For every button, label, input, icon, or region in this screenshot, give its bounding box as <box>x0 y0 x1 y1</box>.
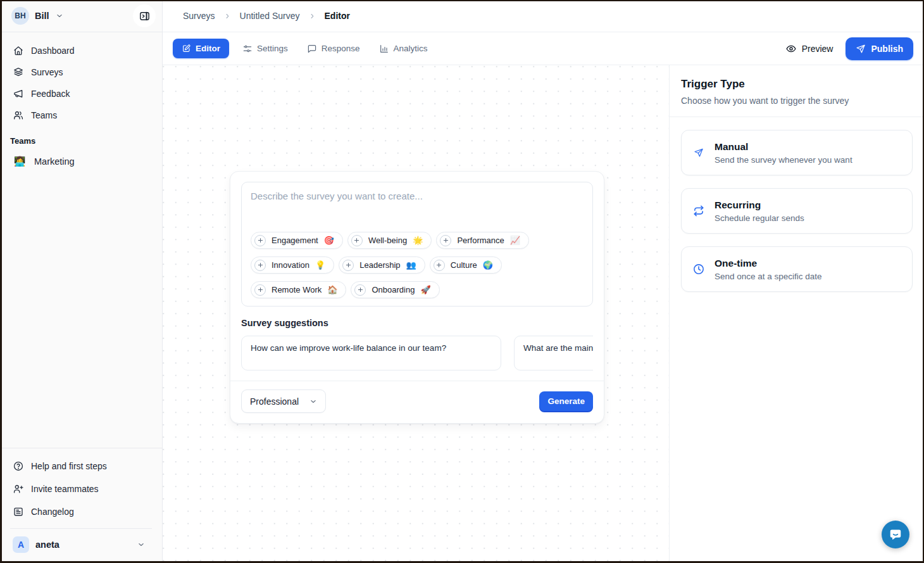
home-icon <box>13 45 24 56</box>
breadcrumb-item-surveys[interactable]: Surveys <box>183 11 215 21</box>
topic-emoji: 🌍 <box>483 261 493 269</box>
tone-select[interactable]: Professional <box>241 389 326 413</box>
suggestion-card[interactable]: What are the main ob <box>514 336 593 370</box>
trigger-option-text: ManualSend the survey whenever you want <box>715 141 852 165</box>
suggestions-label: Survey suggestions <box>241 318 593 328</box>
sidebar-item-label: Help and first steps <box>31 461 107 471</box>
trigger-panel-subtitle: Choose how you want to trigger the surve… <box>681 96 913 106</box>
user-plus-icon <box>13 483 24 495</box>
topic-label: Remote Work <box>272 285 322 294</box>
newspaper-icon <box>13 506 24 517</box>
workspace-name: Bill <box>35 11 49 21</box>
topic-chip-engagement[interactable]: Engagement🎯 <box>251 232 343 249</box>
suggestion-card[interactable]: How can we improve work-life balance in … <box>241 336 501 370</box>
topic-label: Leadership <box>359 260 400 270</box>
tab-analytics[interactable]: Analytics <box>373 39 434 58</box>
topic-chip-culture[interactable]: Culture🌍 <box>430 256 502 274</box>
sidebar-item-invite-teammates[interactable]: Invite teammates <box>8 478 154 500</box>
sidebar-collapse-button[interactable] <box>133 4 156 27</box>
chevron-down-icon <box>137 540 146 549</box>
trigger-option-recurring[interactable]: RecurringSchedule regular sends <box>681 188 913 234</box>
teams-list: 👩‍💻Marketing <box>0 151 162 172</box>
sidebar-item-label: Teams <box>31 110 57 120</box>
trigger-option-manual[interactable]: ManualSend the survey whenever you want <box>681 130 913 175</box>
chart-icon <box>379 44 389 54</box>
breadcrumb-bar: SurveysUntitled SurveyEditor <box>163 0 924 32</box>
tab-response[interactable]: Response <box>301 39 366 58</box>
sidebar-item-label: Changelog <box>31 507 74 517</box>
survey-composer-card: Engagement🎯Well-being🌟Performance📈Innova… <box>230 171 604 424</box>
trigger-panel-header: Trigger Type Choose how you want to trig… <box>670 65 924 117</box>
sidebar-item-label: Dashboard <box>31 46 75 56</box>
sliders-icon <box>242 44 253 54</box>
breadcrumb-item-untitled-survey[interactable]: Untitled Survey <box>240 11 300 21</box>
help-circle-icon <box>13 460 24 472</box>
tab-editor[interactable]: Editor <box>173 39 229 58</box>
composer-footer: Professional Generate <box>230 381 604 423</box>
topic-emoji: 💡 <box>315 261 325 269</box>
plus-icon <box>254 235 266 246</box>
toolbar-actions: Preview Publish <box>785 37 913 60</box>
sidebar-footer: Help and first stepsInvite teammatesChan… <box>0 448 162 563</box>
topic-chip-remote-work[interactable]: Remote Work🏠 <box>251 281 346 298</box>
workspace-avatar: BH <box>11 7 29 25</box>
topic-label: Well-being <box>368 236 407 245</box>
send-icon <box>856 44 866 54</box>
sidebar-item-surveys[interactable]: Surveys <box>8 61 154 83</box>
panel-toggle-icon <box>139 10 151 22</box>
topic-label: Innovation <box>272 260 309 270</box>
sidebar-item-feedback[interactable]: Feedback <box>8 83 154 104</box>
topic-chip-innovation[interactable]: Innovation💡 <box>251 256 334 274</box>
plus-icon <box>254 260 266 271</box>
topic-chip-well-being[interactable]: Well-being🌟 <box>347 232 432 249</box>
account-name: aneta <box>35 540 59 550</box>
chat-bubble-icon <box>889 528 902 541</box>
sidebar-item-help-and-first-steps[interactable]: Help and first steps <box>8 455 154 478</box>
tab-label: Settings <box>257 44 288 53</box>
account-menu[interactable]: A aneta <box>8 533 154 558</box>
plus-icon <box>354 284 366 296</box>
sidebar-item-dashboard[interactable]: Dashboard <box>8 40 154 61</box>
topic-label: Onboarding <box>371 285 415 294</box>
plus-icon <box>440 235 451 246</box>
trigger-options: ManualSend the survey whenever you wantR… <box>670 117 924 305</box>
topic-emoji: 👥 <box>406 261 416 269</box>
chevron-down-icon <box>55 11 64 20</box>
tab-label: Editor <box>196 44 220 53</box>
divider <box>10 528 152 529</box>
message-icon <box>307 44 317 54</box>
sidebar-item-teams[interactable]: Teams <box>8 104 154 126</box>
publish-button[interactable]: Publish <box>846 37 913 60</box>
topic-chip-leadership[interactable]: Leadership👥 <box>339 256 425 274</box>
topic-chip-onboarding[interactable]: Onboarding🚀 <box>351 281 439 298</box>
topic-label: Engagement <box>272 236 318 245</box>
trigger-type-panel: Trigger Type Choose how you want to trig… <box>669 65 924 563</box>
topic-emoji: 🏠 <box>327 286 337 294</box>
trigger-option-text: RecurringSchedule regular sends <box>715 199 804 223</box>
chat-launcher-button[interactable] <box>882 521 909 548</box>
tab-label: Analytics <box>394 44 428 53</box>
tab-settings[interactable]: Settings <box>237 39 294 58</box>
sidebar-item-changelog[interactable]: Changelog <box>8 500 154 523</box>
survey-prompt-input[interactable] <box>251 191 584 230</box>
plus-icon <box>342 260 354 271</box>
breadcrumb-item-editor: Editor <box>325 11 350 21</box>
trigger-option-description: Send once at a specific date <box>715 272 822 281</box>
trigger-option-title: Manual <box>715 141 852 153</box>
clock-icon <box>692 263 705 275</box>
team-item-marketing[interactable]: 👩‍💻Marketing <box>8 151 154 172</box>
trigger-panel-title: Trigger Type <box>681 78 913 91</box>
tone-value: Professional <box>250 396 299 407</box>
sidebar-header: BH Bill <box>0 0 162 32</box>
generate-button[interactable]: Generate <box>539 391 593 411</box>
app-window: BH Bill DashboardSurveysFeedbackTeams Te… <box>0 0 924 563</box>
topic-chip-performance[interactable]: Performance📈 <box>436 232 529 249</box>
suggestions-row: How can we improve work-life balance in … <box>241 336 593 370</box>
preview-label: Preview <box>802 44 833 54</box>
preview-button[interactable]: Preview <box>785 43 833 54</box>
workspace-switcher[interactable]: BH Bill <box>11 7 64 25</box>
team-label: Marketing <box>34 156 75 167</box>
editor-canvas[interactable]: Engagement🎯Well-being🌟Performance📈Innova… <box>163 65 669 563</box>
trigger-option-one-time[interactable]: One-timeSend once at a specific date <box>681 246 913 292</box>
topic-emoji: 🎯 <box>324 236 334 244</box>
